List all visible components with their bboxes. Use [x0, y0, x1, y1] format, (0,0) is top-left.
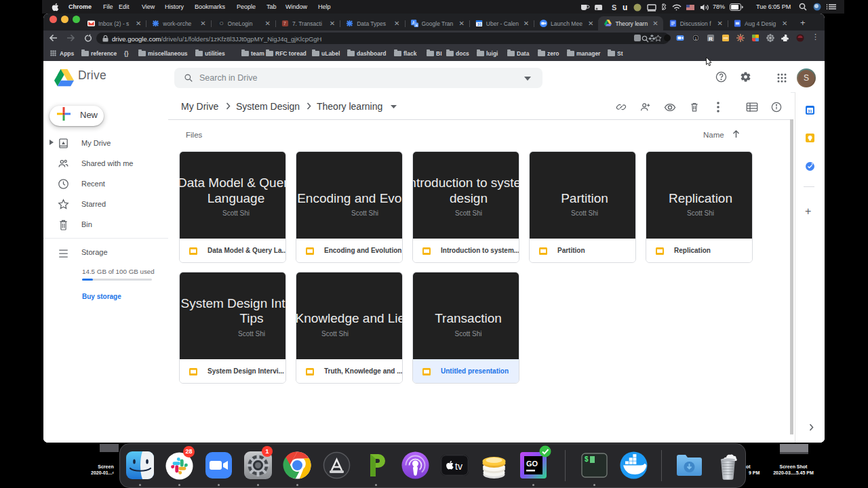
- svg-text:u: u: [623, 3, 627, 12]
- svg-text:S: S: [612, 3, 616, 12]
- svg-text:tv: tv: [455, 461, 462, 472]
- svg-text:R: R: [709, 36, 713, 42]
- svg-text:GO: GO: [526, 460, 538, 468]
- svg-text:31: 31: [477, 22, 482, 26]
- svg-text:O: O: [219, 20, 223, 26]
- svg-text:$: $: [585, 455, 589, 463]
- svg-text:7: 7: [283, 20, 286, 26]
- svg-text:31: 31: [808, 109, 812, 113]
